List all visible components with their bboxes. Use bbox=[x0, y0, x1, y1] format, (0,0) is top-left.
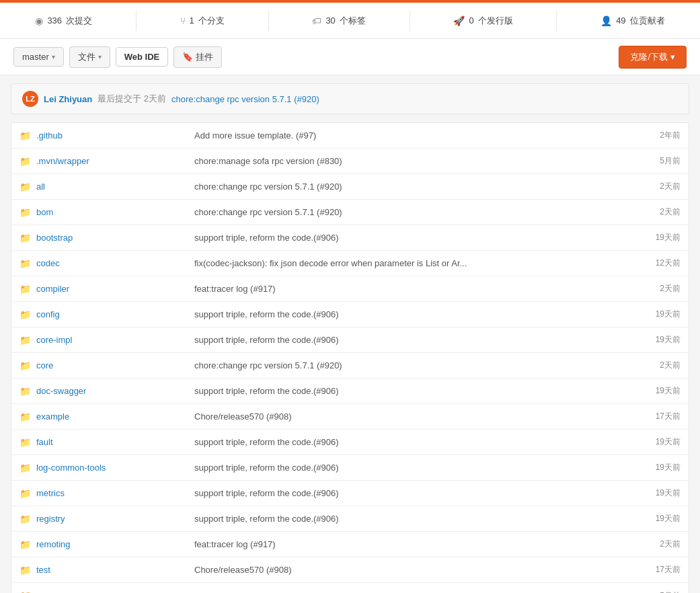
file-name-cell: 📁.mvn/wrapper bbox=[11, 151, 186, 172]
commit-message[interactable]: chore:change rpc version 5.7.1 (#920) bbox=[171, 94, 319, 104]
time-cell: 19天前 bbox=[621, 431, 689, 453]
time-cell: 5月前 bbox=[621, 150, 689, 172]
file-link[interactable]: bom bbox=[36, 207, 53, 217]
table-row: 📁exampleChore/release570 (#908)17天前 bbox=[11, 404, 689, 430]
table-row: 📁corechore:change rpc version 5.7.1 (#92… bbox=[11, 353, 689, 379]
time-cell: 2天前 bbox=[621, 201, 689, 223]
commit-message-cell: Add more issue template. (#97) bbox=[186, 125, 621, 146]
clone-button[interactable]: 克隆/下载 ▾ bbox=[619, 46, 687, 69]
commit-info-bar: LZ Lei Zhiyuan 最后提交于 2天前 chore:change rp… bbox=[11, 83, 689, 114]
folder-icon: 📁 bbox=[20, 463, 31, 473]
file-name-cell: 📁all bbox=[11, 176, 186, 198]
stat-contributors[interactable]: 👤 49 位贡献者 bbox=[600, 15, 664, 27]
file-name-cell: 📁bom bbox=[11, 202, 186, 223]
table-row: 📁testChore/release570 (#908)17天前 bbox=[11, 557, 689, 583]
commit-message-cell: support triple, reform the code.(#906) bbox=[186, 483, 621, 504]
clone-label: 克隆/下载 bbox=[630, 51, 668, 63]
file-label: 文件 bbox=[78, 51, 95, 63]
file-name-cell: 📁doc-swagger bbox=[11, 381, 186, 402]
stat-releases[interactable]: 🚀 0 个发行版 bbox=[453, 15, 512, 27]
file-link[interactable]: compiler bbox=[36, 284, 69, 294]
branch-selector[interactable]: master ▾ bbox=[13, 47, 64, 67]
commit-time-text: 最后提交于 2天前 bbox=[98, 93, 166, 105]
file-link[interactable]: codec bbox=[36, 258, 60, 268]
webide-button[interactable]: Web IDE bbox=[116, 47, 169, 67]
commit-message-cell: chore:change rpc version 5.7.1 (#920) bbox=[186, 176, 621, 197]
time-cell: 2天前 bbox=[621, 278, 689, 300]
file-link[interactable]: example bbox=[36, 411, 69, 422]
file-link[interactable]: doc-swagger bbox=[36, 386, 86, 396]
file-name-cell: 📁core-impl bbox=[11, 329, 186, 351]
time-cell: 19天前 bbox=[621, 457, 689, 479]
commits-icon: ◉ bbox=[35, 15, 43, 26]
table-row: 📁faultsupport triple, reform the code.(#… bbox=[11, 430, 689, 455]
branches-count: 1 bbox=[190, 15, 194, 26]
commit-author[interactable]: Lei Zhiyuan bbox=[44, 94, 92, 104]
toolbar: master ▾ 文件 ▾ Web IDE 🔖 挂件 克隆/下载 ▾ bbox=[0, 39, 700, 75]
commit-message-cell: support triple, reform the code.(#906) bbox=[186, 304, 621, 325]
tags-icon: 🏷 bbox=[312, 15, 321, 26]
contributors-label: 位贡献者 bbox=[630, 15, 665, 27]
stats-bar: ◉ 336 次提交 ⑂ 1 个分支 🏷 30 个标签 🚀 0 个发行版 👤 49… bbox=[0, 3, 700, 39]
file-link[interactable]: log-common-tools bbox=[36, 463, 106, 473]
file-name-cell: 📁remoting bbox=[11, 534, 186, 555]
commit-message-cell: support triple, reform the code.(#906) bbox=[186, 432, 621, 452]
time-cell: 19天前 bbox=[621, 508, 689, 530]
releases-label: 个发行版 bbox=[478, 15, 513, 27]
time-cell: 12天前 bbox=[621, 252, 689, 274]
table-row: 📁bootstrapsupport triple, reform the cod… bbox=[11, 225, 689, 251]
time-cell: 17天前 bbox=[621, 405, 689, 428]
folder-icon: 📁 bbox=[20, 386, 31, 397]
file-name-cell: 📁tools bbox=[11, 585, 186, 593]
commits-count: 336 bbox=[47, 15, 62, 26]
commit-message-cell: support triple, reform the code.(#906) bbox=[186, 329, 621, 350]
folder-icon: 📁 bbox=[20, 514, 31, 524]
table-row: 📁bomchore:change rpc version 5.7.1 (#920… bbox=[11, 200, 689, 225]
stat-divider-4 bbox=[556, 11, 557, 31]
table-row: 📁codecfix(codec-jackson): fix json decod… bbox=[11, 251, 689, 276]
folder-icon: 📁 bbox=[20, 233, 31, 243]
time-cell: 2天前 bbox=[621, 533, 689, 555]
file-link[interactable]: tools bbox=[36, 591, 54, 594]
commit-message-cell: feat:tracer log (#917) bbox=[186, 278, 621, 299]
folder-icon: 📁 bbox=[20, 360, 31, 371]
file-link[interactable]: core-impl bbox=[36, 335, 72, 345]
branches-label: 个分支 bbox=[198, 15, 225, 27]
time-cell: 19天前 bbox=[621, 380, 689, 402]
folder-icon: 📁 bbox=[20, 488, 31, 499]
stat-tags[interactable]: 🏷 30 个标签 bbox=[312, 15, 365, 27]
file-link[interactable]: .mvn/wrapper bbox=[36, 156, 89, 166]
file-link[interactable]: core bbox=[36, 360, 53, 370]
file-link[interactable]: all bbox=[36, 182, 45, 192]
releases-icon: 🚀 bbox=[453, 15, 465, 26]
time-cell: 19天前 bbox=[621, 303, 689, 325]
time-cell: 19天前 bbox=[621, 227, 689, 249]
file-name-cell: 📁registry bbox=[11, 508, 186, 530]
file-link[interactable]: .github bbox=[36, 130, 63, 141]
file-selector[interactable]: 文件 ▾ bbox=[69, 46, 110, 68]
tags-count: 30 bbox=[325, 15, 335, 26]
file-link[interactable]: bootstrap bbox=[36, 233, 73, 243]
file-link[interactable]: metrics bbox=[36, 488, 65, 498]
folder-icon: 📁 bbox=[20, 284, 31, 294]
table-row: 📁compilerfeat:tracer log (#917)2天前 bbox=[11, 276, 689, 302]
file-link[interactable]: test bbox=[36, 565, 50, 575]
stat-divider-2 bbox=[268, 11, 269, 31]
table-row: 📁registrysupport triple, reform the code… bbox=[11, 506, 689, 532]
stat-branches[interactable]: ⑂ 1 个分支 bbox=[180, 15, 225, 27]
folder-icon: 📁 bbox=[20, 411, 31, 422]
file-link[interactable]: remoting bbox=[36, 539, 71, 549]
commit-message-cell: support triple, reform the code.(#906) bbox=[186, 381, 621, 401]
stat-divider-1 bbox=[136, 11, 137, 31]
branch-chevron-icon: ▾ bbox=[52, 53, 55, 61]
bookmark-button[interactable]: 🔖 挂件 bbox=[173, 46, 222, 68]
file-link[interactable]: fault bbox=[36, 437, 53, 447]
file-link[interactable]: registry bbox=[36, 514, 65, 524]
table-row: 📁.githubAdd more issue template. (#97)2年… bbox=[11, 123, 689, 149]
commits-label: 次提交 bbox=[66, 15, 92, 27]
time-cell: 2天前 bbox=[621, 354, 689, 377]
contributors-count: 49 bbox=[616, 15, 625, 26]
folder-icon: 📁 bbox=[20, 335, 31, 346]
stat-commits[interactable]: ◉ 336 次提交 bbox=[35, 15, 92, 27]
file-link[interactable]: config bbox=[36, 309, 60, 319]
